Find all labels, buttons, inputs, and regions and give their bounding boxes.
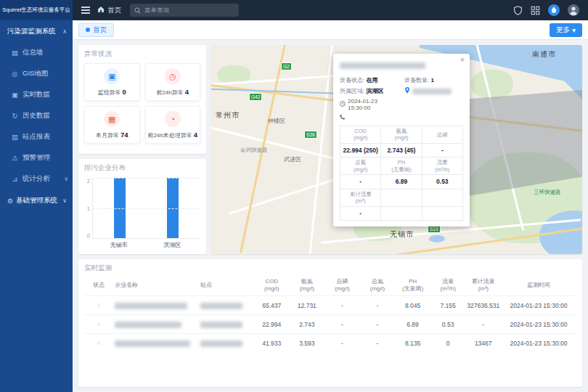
search-input[interactable] — [144, 7, 234, 14]
enterprise-name-redacted — [115, 340, 190, 347]
sidebar-group-pollution-monitoring[interactable]: 污染源监测系统 ∧ — [0, 20, 73, 42]
map-city-label: 常州市 — [216, 110, 240, 121]
sidebar-group-label: 污染源监测系统 — [7, 27, 56, 36]
phone-icon — [340, 114, 346, 121]
sidebar-item-info-wall[interactable]: ▤ 信息墙 — [0, 42, 73, 63]
chevron-down-icon: ▾ — [572, 26, 576, 34]
realtime-monitor-panel: 实时监测 状态 企业名称 站点 COD(mg/l) 氨氮(mg/l) 总磷(mg… — [78, 259, 582, 387]
address-redacted — [412, 89, 452, 94]
bar-chart-xlabels: 无锡市滨湖区 — [78, 239, 206, 249]
history-data-icon: ↻ — [11, 112, 19, 120]
topbar: Squirrel生态环境云服务平台 首页 — [0, 0, 588, 20]
highway-badge: S38 — [304, 131, 317, 139]
enterprise-distribution-panel: 排污企业分布 2 1 0 无锡市滨湖区 — [78, 159, 206, 254]
table-header-row: 状态 企业名称 站点 COD(mg/l) 氨氮(mg/l) 总磷(mg/l) 总… — [84, 275, 576, 295]
main-content: 异常状况 ▣ 监控异常0 ◷ 前24h异常4 ▦ 本月异常74 — [73, 40, 588, 392]
alert-cards: ▣ 监控异常0 ◷ 前24h异常4 ▦ 本月异常74 ◔ — [78, 61, 206, 150]
left-column: 异常状况 ▣ 监控异常0 ◷ 前24h异常4 ▦ 本月异常74 — [78, 45, 206, 254]
sidebar-item-warning-management[interactable]: ⚠ 预警管理 — [0, 147, 73, 168]
site-name-redacted — [200, 303, 242, 309]
chevron-up-icon: ∧ — [62, 28, 67, 35]
monitor-icon: ▣ — [104, 68, 120, 84]
warning-icon: ⚠ — [11, 154, 19, 162]
more-button[interactable]: 更多▾ — [550, 23, 582, 37]
realtime-data-icon: ▣ — [11, 91, 19, 99]
clock-icon — [340, 101, 346, 108]
site-report-icon: ▥ — [11, 133, 19, 141]
stat-card-24h-unhandled: ◔ 前24h未处理异常4 — [145, 106, 201, 144]
bar-chart: 2 1 0 — [78, 175, 206, 239]
map-green-area — [471, 70, 513, 99]
popup-metrics-table: COD(mg/l) 氨氮(mg/l) 总磷 22.994 (250) 2.743… — [340, 126, 463, 221]
menu-collapse-icon[interactable] — [81, 7, 90, 14]
app-logo: Squirrel生态环境云服务平台 — [0, 0, 73, 20]
sidebar-group-label: 基础管理系统 — [16, 196, 57, 205]
stat-card-monitor-abnormal: ▣ 监控异常0 — [84, 63, 140, 101]
station-info-popup: × 设备状态: 在用 设备数量: 1 所属区域: 滨湖区 2024-01-23 … — [333, 54, 470, 226]
sidebar-group-basic-management[interactable]: ⚙ 基础管理系统 ∨ — [0, 189, 73, 211]
user-avatar[interactable] — [568, 4, 579, 16]
chevron-down-icon: ∨ — [62, 197, 67, 204]
table-row[interactable]: 65.437 12.731 - - 8.045 7.155 327636.531… — [84, 295, 576, 314]
alarm-icon: ◔ — [165, 111, 181, 127]
apps-grid-icon[interactable] — [531, 6, 540, 15]
abnormal-status-panel: 异常状况 ▣ 监控异常0 ◷ 前24h异常4 ▦ 本月异常74 — [78, 45, 206, 154]
table-row[interactable]: 22.994 2.743 - - 6.89 0.53 - 2024-01-23 … — [84, 314, 576, 333]
map-road-label: 三环快速路 — [534, 189, 561, 196]
tab-active-dot — [86, 28, 90, 32]
site-name-redacted — [200, 322, 242, 328]
bar-chart-yaxis: 2 1 0 — [83, 178, 92, 239]
sidebar-item-gis-map[interactable]: ◎ GIS地图 — [0, 63, 73, 84]
stat-value: 4 — [185, 88, 189, 96]
map-pond — [429, 235, 445, 242]
shield-icon[interactable] — [513, 6, 523, 15]
gridline — [93, 208, 199, 209]
water-drop-logo-icon[interactable] — [548, 4, 560, 16]
sidebar-item-statistics[interactable]: ⊿ 统计分析 ∨ — [0, 168, 73, 189]
gis-map[interactable]: 靖江市 南通市 常州市 钟楼区 武进区 无锡市 金武快速路 三环快速路 G2 G… — [211, 45, 582, 254]
info-wall-icon: ▤ — [11, 49, 19, 57]
breadcrumb[interactable]: 首页 — [97, 6, 121, 15]
close-icon[interactable]: × — [460, 56, 465, 64]
tab-home[interactable]: 首页 — [78, 23, 114, 37]
gis-map-icon: ◎ — [11, 70, 19, 78]
address-row — [404, 87, 463, 95]
sidebar: 污染源监测系统 ∧ ▤ 信息墙 ◎ GIS地图 ▣ 实时数据 ↻ 历史数据 ▥ … — [0, 20, 73, 392]
tags-bar: 首页 更多▾ — [73, 20, 588, 40]
panel-title: 实时监测 — [78, 259, 582, 275]
table-row[interactable]: 41.933 3.593 - - 8.135 0 13467 2024-01-2… — [84, 333, 576, 352]
map-road-label: 金武快速路 — [240, 147, 268, 154]
monitor-table: 状态 企业名称 站点 COD(mg/l) 氨氮(mg/l) 总磷(mg/l) 总… — [78, 275, 582, 356]
stat-value: 74 — [121, 131, 128, 139]
calendar-icon: ▦ — [104, 111, 120, 127]
map-district-label: 武进区 — [284, 155, 301, 163]
sidebar-item-realtime-data[interactable]: ▣ 实时数据 — [0, 84, 73, 105]
gear-icon: ⚙ — [7, 197, 13, 205]
stat-value: 4 — [194, 131, 197, 139]
menu-search[interactable] — [130, 4, 239, 17]
device-status: 设备状态: 在用 — [340, 76, 401, 84]
enterprise-name-redacted — [115, 322, 181, 328]
map-city-label: 无锡市 — [390, 229, 414, 240]
device-count: 设备数量: 1 — [404, 76, 463, 84]
highway-badge: G42 — [249, 93, 262, 101]
stat-value: 0 — [123, 88, 126, 96]
sidebar-item-site-report[interactable]: ▥ 站点报表 — [0, 126, 73, 147]
enterprise-name-redacted — [115, 303, 187, 309]
stat-card-month-abnormal: ▦ 本月异常74 — [84, 106, 140, 144]
bar-x-label: 无锡市 — [110, 241, 128, 249]
map-district-label: 钟楼区 — [268, 117, 285, 125]
topbar-actions — [513, 4, 588, 16]
stat-card-24h-abnormal: ◷ 前24h异常4 — [145, 63, 201, 101]
chart-title: 排污企业分布 — [78, 159, 206, 175]
site-name-redacted — [200, 340, 242, 347]
pin-icon — [404, 87, 410, 95]
search-icon — [134, 4, 141, 17]
app-window: Squirrel生态环境云服务平台 首页 — [0, 0, 588, 392]
phone-row — [340, 114, 401, 121]
monitor-time-row: 2024-01-23 15:30:00 — [340, 98, 401, 111]
gridline — [93, 178, 199, 179]
sidebar-item-history-data[interactable]: ↻ 历史数据 — [0, 105, 73, 126]
bar-chart-plot — [92, 178, 199, 239]
clock-icon: ◷ — [165, 68, 181, 84]
